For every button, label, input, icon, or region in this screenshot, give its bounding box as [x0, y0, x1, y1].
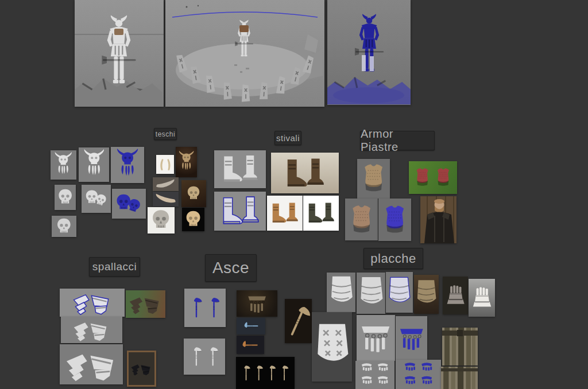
- thumb-tusk-photo[interactable]: [153, 177, 179, 191]
- thumb-boots-wireframe[interactable]: [214, 192, 266, 231]
- skull-icon: [149, 208, 173, 232]
- axe-icon: [238, 318, 264, 333]
- thumb-skull-pair-render[interactable]: [82, 185, 111, 213]
- thumb-skull-ornament-wireframe[interactable]: [111, 147, 144, 183]
- thumb-skull-render-2[interactable]: [52, 216, 76, 237]
- thumb-orange-axe-photo[interactable]: [237, 336, 264, 354]
- skull-icon: [56, 186, 75, 209]
- reference-board-canvas[interactable]: teschi stivali Armor Piastre spallacci A…: [0, 0, 588, 389]
- thumb-bracer-segmented-render[interactable]: [357, 273, 385, 314]
- armored-waist-icon: [441, 367, 478, 389]
- thumb-scale-vest-render[interactable]: [357, 159, 390, 199]
- thumb-skull-ornament-render-2[interactable]: [79, 147, 109, 182]
- thumb-bracer-wireframe[interactable]: [386, 272, 413, 313]
- axe-icon: [238, 337, 262, 353]
- thumb-skeleton-glove-photo[interactable]: [469, 279, 495, 317]
- thumb-white-skull-photo[interactable]: [148, 207, 175, 234]
- thumb-axe-leather-wrap-photo[interactable]: [285, 299, 312, 343]
- wireframe-render-icon: [327, 0, 411, 105]
- man-in-leather-vest-icon: [420, 196, 457, 243]
- thumb-skull-pair-wireframe[interactable]: [112, 189, 146, 219]
- group-label-stivali[interactable]: stivali: [274, 131, 301, 145]
- thumb-waist-plates-photo-2[interactable]: [441, 367, 478, 389]
- thumb-bracer-render[interactable]: [327, 273, 355, 312]
- thumb-four-axes-photo[interactable]: [236, 357, 295, 389]
- thumb-axes-pair-wireframe[interactable]: [184, 289, 226, 327]
- belt-plates-icon: [397, 318, 426, 358]
- thumb-leather-vest-man-photo[interactable]: [420, 196, 457, 243]
- group-label-armor-piastre[interactable]: Armor Piastre: [360, 131, 435, 150]
- thumb-scale-vest-render-2[interactable]: [345, 199, 378, 240]
- skull-icon: [185, 184, 202, 203]
- tusk-icon: [154, 178, 177, 190]
- boots-icon: [305, 197, 337, 229]
- thumb-skull-warrior-photo[interactable]: [181, 180, 206, 207]
- group-label-placche[interactable]: placche: [363, 248, 423, 269]
- skull-pair-icon: [83, 186, 110, 211]
- thumb-skull-render[interactable]: [55, 185, 76, 210]
- thumb-horned-shaman-photo[interactable]: [176, 147, 197, 177]
- thumb-pauldrons-wireframe-render[interactable]: [60, 289, 125, 317]
- horn-icon: [154, 192, 177, 205]
- axes-icon: [186, 340, 223, 373]
- armored-waist-icon: [442, 328, 478, 365]
- group-label-text: spallacci: [92, 260, 137, 273]
- group-label-text: placche: [370, 251, 416, 266]
- thumb-pauldrons-render[interactable]: [61, 317, 122, 343]
- group-label-asce[interactable]: Asce: [205, 254, 257, 282]
- thumb-hip-axes-concept-photo[interactable]: [237, 290, 277, 317]
- skull-icon: [53, 217, 75, 236]
- skull-ornament-icon: [80, 149, 108, 180]
- thumb-pauldrons-render-large[interactable]: [60, 344, 123, 384]
- viewport-wireframe-render[interactable]: [327, 0, 411, 105]
- armored-glove-icon: [444, 278, 467, 312]
- viewport-clay-render-front[interactable]: [75, 0, 164, 107]
- hanging-axes-icon: [242, 294, 272, 314]
- thumb-belt-plates-wireframe[interactable]: [396, 316, 427, 360]
- laced-bracer-icon: [314, 316, 350, 378]
- thumb-black-skull-photo[interactable]: [182, 208, 204, 231]
- thumb-cuffs-wireframe[interactable]: [396, 360, 441, 389]
- clay-render-front-icon: [75, 0, 164, 107]
- axe-icon: [286, 301, 310, 341]
- scale-vest-icon: [359, 161, 388, 196]
- thumb-skull-ornament-render[interactable]: [51, 150, 76, 180]
- pauldrons-icon: [63, 290, 122, 315]
- thumb-arm-plates-photo[interactable]: [414, 275, 439, 314]
- group-label-teschi[interactable]: teschi: [154, 128, 177, 140]
- group-label-text: teschi: [156, 130, 175, 138]
- cuffs-icon: [357, 362, 392, 387]
- scale-vests-icon: [411, 163, 455, 192]
- thumb-horn-photo[interactable]: [153, 192, 179, 207]
- pauldron-icon: [130, 354, 153, 383]
- group-label-spallacci[interactable]: spallacci: [89, 257, 140, 277]
- thumb-laced-bracer-render[interactable]: [312, 312, 352, 382]
- thumb-fur-boots-concept-photo[interactable]: [271, 153, 339, 193]
- thumb-tusks-photo[interactable]: [156, 155, 174, 174]
- thumb-fur-pauldron-photo[interactable]: [126, 290, 165, 318]
- thumb-dark-boots-photo[interactable]: [303, 196, 339, 231]
- thumb-tan-boots-photo[interactable]: [267, 196, 303, 231]
- thumb-cuffs-render[interactable]: [355, 361, 394, 389]
- clay-render-scene-icon: [165, 0, 324, 107]
- thumb-red-scale-vests-photo[interactable]: [409, 161, 457, 194]
- thumb-scale-vest-wireframe[interactable]: [378, 199, 411, 241]
- thumb-belt-plates-render[interactable]: [357, 315, 395, 361]
- thumb-framed-pauldron-photo[interactable]: [127, 351, 156, 387]
- thumb-blue-axe-photo[interactable]: [237, 318, 265, 334]
- thumb-waist-plates-photo[interactable]: [442, 328, 478, 365]
- boots-icon: [269, 197, 301, 229]
- thumb-axes-pair-render[interactable]: [184, 339, 225, 375]
- group-label-text: Armor Piastre: [361, 127, 434, 154]
- scale-vest-icon: [380, 201, 409, 239]
- viewport-clay-render-scene[interactable]: [165, 0, 324, 107]
- boots-icon: [217, 193, 264, 228]
- thumb-forearm-plates-photo[interactable]: [443, 277, 468, 314]
- bracer-icon: [328, 274, 354, 310]
- skull-pair-icon: [114, 190, 144, 217]
- skull-ornament-icon: [52, 152, 75, 178]
- boots-icon: [217, 152, 264, 186]
- group-label-text: stivali: [276, 133, 300, 143]
- boots-icon: [274, 155, 335, 192]
- thumb-boots-render[interactable]: [214, 150, 266, 188]
